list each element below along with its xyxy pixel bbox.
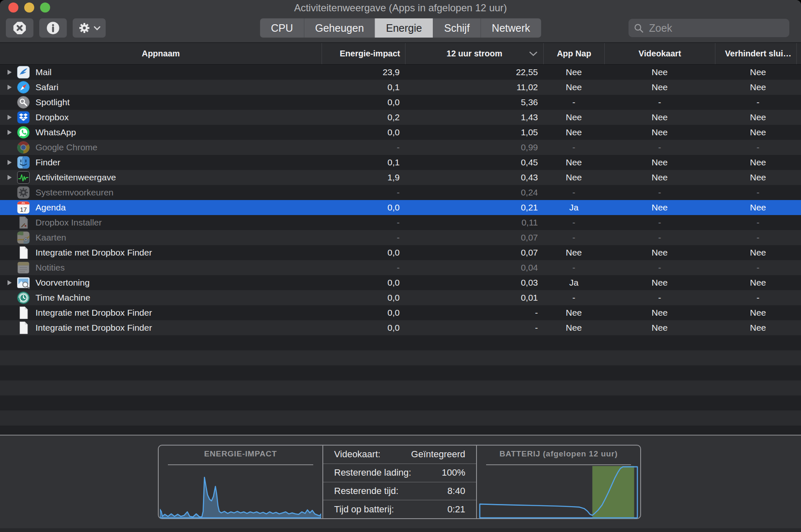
gpu-cell: Nee	[604, 65, 715, 80]
app-name-label: Activiteitenweergave	[35, 172, 116, 182]
app-name-cell: Mail	[0, 65, 322, 80]
process-row[interactable]: Google Chrome-0,99---	[0, 140, 801, 155]
app-name-label: WhatsApp	[35, 127, 76, 137]
search-field[interactable]	[629, 19, 789, 37]
app-name-label: Notities	[35, 263, 65, 273]
app-name-label: Time Machine	[35, 293, 90, 303]
process-row[interactable]: Safari0,111,02NeeNeeNee	[0, 80, 801, 95]
actions-menu-button[interactable]	[73, 18, 106, 38]
disclosure-triangle-icon[interactable]	[8, 160, 12, 165]
prevent-sleep-cell: Nee	[715, 80, 801, 95]
activity-monitor-app-icon	[17, 171, 30, 184]
process-row[interactable]: Notities-0,04---	[0, 260, 801, 275]
disclosure-triangle-icon[interactable]	[8, 130, 12, 135]
prevent-sleep-cell: -	[715, 215, 801, 230]
svg-text:17: 17	[20, 206, 27, 213]
info-label: Videokaart:	[334, 449, 380, 460]
disclosure-triangle-icon[interactable]	[8, 280, 12, 285]
tab-cpu[interactable]: CPU	[260, 18, 304, 38]
process-row[interactable]: Dropbox Installer-0,11---	[0, 215, 801, 230]
gpu-cell: Nee	[604, 110, 715, 125]
notes-app-icon	[17, 261, 30, 274]
tab-netwerk[interactable]: Netwerk	[481, 18, 541, 38]
column-header-sleep[interactable]: Verhindert slui…	[715, 43, 801, 64]
app-name-label: Google Chrome	[35, 142, 97, 152]
process-row[interactable]: Finder0,10,45NeeNeeNee	[0, 155, 801, 170]
gpu-cell: -	[604, 230, 715, 245]
process-row[interactable]: Voorvertoning0,00,03JaNeeNee	[0, 275, 801, 290]
app-nap-cell: -	[543, 290, 604, 305]
inspect-process-button[interactable]	[39, 18, 67, 38]
column-header-gpu[interactable]: Videokaart	[604, 43, 715, 64]
time-machine-app-icon	[17, 291, 30, 304]
column-header-name[interactable]: Appnaam	[0, 43, 322, 64]
app-name-label: Spotlight	[35, 97, 70, 107]
prevent-sleep-cell: -	[715, 230, 801, 245]
app-nap-cell: Nee	[543, 155, 604, 170]
disclosure-triangle-icon[interactable]	[8, 175, 12, 180]
app-nap-cell: Nee	[543, 245, 604, 260]
quit-process-button[interactable]	[6, 18, 33, 38]
column-header-appnap[interactable]: App Nap	[543, 43, 604, 64]
info-value: 0:21	[447, 504, 465, 515]
app-name-label: Integratie met Dropbox Finder	[35, 323, 152, 333]
process-row[interactable]: Integratie met Dropbox Finder0,00,07NeeN…	[0, 245, 801, 260]
process-row[interactable]: Activiteitenweergave1,90,43NeeNeeNee	[0, 170, 801, 185]
disclosure-triangle-icon[interactable]	[8, 70, 12, 75]
app-nap-cell: -	[543, 215, 604, 230]
preview-app-icon	[17, 276, 30, 289]
process-row[interactable]: Kaarten-0,07---	[0, 230, 801, 245]
app-name-cell: Activiteitenweergave	[0, 170, 322, 185]
power-12hr-cell: 0,07	[405, 245, 543, 260]
gpu-cell: Nee	[604, 125, 715, 140]
power-12hr-cell: 11,02	[405, 80, 543, 95]
tab-geheugen[interactable]: Geheugen	[304, 18, 375, 38]
prevent-sleep-cell: -	[715, 95, 801, 110]
app-nap-cell: -	[543, 230, 604, 245]
search-input[interactable]	[648, 22, 784, 35]
info-label: Resterende tijd:	[334, 486, 398, 497]
disclosure-triangle-icon[interactable]	[8, 85, 12, 90]
process-row[interactable]: Systeemvoorkeuren-0,24---	[0, 185, 801, 200]
process-row[interactable]: Mail23,922,55NeeNeeNee	[0, 65, 801, 80]
app-nap-cell: Nee	[543, 305, 604, 320]
process-row[interactable]: Dropbox0,21,43NeeNeeNee	[0, 110, 801, 125]
process-table: Mail23,922,55NeeNeeNeeSafari0,111,02NeeN…	[0, 65, 801, 335]
gpu-cell: -	[604, 140, 715, 155]
energy-impact-cell: -	[322, 140, 405, 155]
app-nap-cell: Nee	[543, 65, 604, 80]
energy-impact-section: ENERGIE-IMPACT	[159, 446, 322, 518]
battery-info-row: Tijd op batterij:0:21	[323, 500, 476, 518]
prevent-sleep-cell: Nee	[715, 320, 801, 335]
process-row[interactable]: WhatsApp0,01,05NeeNeeNee	[0, 125, 801, 140]
process-row[interactable]: Integratie met Dropbox Finder0,0-NeeNeeN…	[0, 320, 801, 335]
tab-energie[interactable]: Energie	[375, 18, 433, 38]
info-value: 100%	[442, 467, 465, 478]
app-nap-cell: -	[543, 260, 604, 275]
process-row[interactable]: Time Machine0,00,01---	[0, 290, 801, 305]
charging-band	[592, 466, 634, 519]
process-row[interactable]: Spotlight0,05,36---	[0, 95, 801, 110]
process-row[interactable]: JUL17Agenda0,00,21JaNeeNee	[0, 200, 801, 215]
app-name-cell: Dropbox	[0, 110, 322, 125]
energy-impact-cell: -	[322, 185, 405, 200]
app-name-cell: Voorvertoning	[0, 275, 322, 290]
energy-impact-cell: -	[322, 260, 405, 275]
disclosure-triangle-icon[interactable]	[8, 115, 12, 120]
tab-schijf[interactable]: Schijf	[433, 18, 480, 38]
prevent-sleep-cell: -	[715, 290, 801, 305]
app-name-cell: Google Chrome	[0, 140, 322, 155]
process-row[interactable]: Integratie met Dropbox Finder0,0-NeeNeeN…	[0, 305, 801, 320]
prevent-sleep-cell: Nee	[715, 170, 801, 185]
gpu-cell: Nee	[604, 200, 715, 215]
gpu-cell: -	[604, 185, 715, 200]
battery-chart	[478, 466, 639, 519]
app-name-cell: Kaarten	[0, 230, 322, 245]
app-name-cell: WhatsApp	[0, 125, 322, 140]
column-header-energy[interactable]: Energie-impact	[322, 43, 405, 64]
column-header-power12[interactable]: 12 uur stroom	[405, 43, 543, 64]
stats-panel: ENERGIE-IMPACT Videokaart:GeïntegreerdRe…	[158, 445, 641, 519]
power-12hr-cell: 0,01	[405, 290, 543, 305]
power-12hr-cell: 5,36	[405, 95, 543, 110]
document-app-icon	[17, 321, 30, 334]
